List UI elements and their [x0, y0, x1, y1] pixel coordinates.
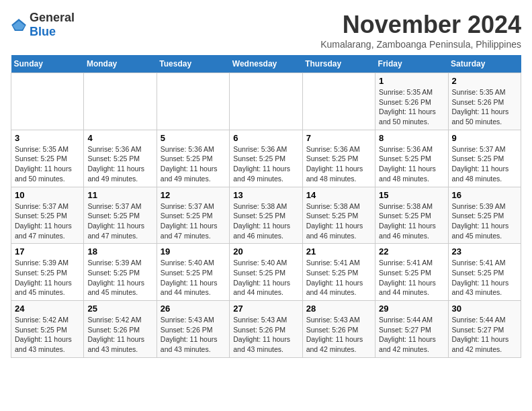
calendar-cell: 29Sunrise: 5:44 AMSunset: 5:27 PMDayligh…: [375, 301, 448, 358]
day-number: 23: [452, 246, 517, 257]
day-info: Sunrise: 5:36 AMSunset: 5:25 PMDaylight:…: [87, 144, 152, 184]
calendar-header-saturday: Saturday: [448, 55, 521, 73]
day-info: Sunrise: 5:42 AMSunset: 5:26 PMDaylight:…: [87, 315, 152, 355]
calendar-header-sunday: Sunday: [11, 55, 84, 73]
calendar-cell: 25Sunrise: 5:42 AMSunset: 5:26 PMDayligh…: [84, 301, 157, 358]
calendar-week-3: 17Sunrise: 5:39 AMSunset: 5:25 PMDayligh…: [11, 244, 521, 301]
calendar-cell: 4Sunrise: 5:36 AMSunset: 5:25 PMDaylight…: [84, 130, 157, 187]
calendar-header-row: SundayMondayTuesdayWednesdayThursdayFrid…: [11, 55, 521, 73]
calendar-week-4: 24Sunrise: 5:42 AMSunset: 5:25 PMDayligh…: [11, 301, 521, 358]
calendar-cell: 23Sunrise: 5:41 AMSunset: 5:25 PMDayligh…: [448, 244, 521, 301]
day-info: Sunrise: 5:35 AMSunset: 5:26 PMDaylight:…: [452, 87, 517, 127]
day-number: 22: [379, 246, 444, 257]
day-number: 11: [87, 190, 152, 200]
day-number: 6: [233, 133, 298, 143]
subtitle: Kumalarang, Zamboanga Peninsula, Philipp…: [320, 39, 521, 50]
day-info: Sunrise: 5:36 AMSunset: 5:25 PMDaylight:…: [306, 144, 371, 184]
day-info: Sunrise: 5:40 AMSunset: 5:25 PMDaylight:…: [161, 258, 226, 298]
day-info: Sunrise: 5:41 AMSunset: 5:25 PMDaylight:…: [306, 258, 371, 298]
day-info: Sunrise: 5:40 AMSunset: 5:25 PMDaylight:…: [233, 258, 298, 298]
calendar-week-2: 10Sunrise: 5:37 AMSunset: 5:25 PMDayligh…: [11, 187, 521, 244]
calendar-cell: 22Sunrise: 5:41 AMSunset: 5:25 PMDayligh…: [375, 244, 448, 301]
calendar-cell: 19Sunrise: 5:40 AMSunset: 5:25 PMDayligh…: [157, 244, 229, 301]
calendar-cell: [157, 73, 229, 130]
day-number: 27: [233, 304, 298, 314]
day-info: Sunrise: 5:38 AMSunset: 5:25 PMDaylight:…: [233, 201, 298, 241]
day-number: 5: [161, 133, 226, 143]
day-number: 28: [306, 304, 371, 314]
day-info: Sunrise: 5:43 AMSunset: 5:26 PMDaylight:…: [161, 315, 226, 355]
day-info: Sunrise: 5:37 AMSunset: 5:25 PMDaylight:…: [452, 144, 517, 184]
day-info: Sunrise: 5:43 AMSunset: 5:26 PMDaylight:…: [306, 315, 371, 355]
day-info: Sunrise: 5:35 AMSunset: 5:25 PMDaylight:…: [15, 144, 80, 184]
day-number: 3: [15, 133, 80, 143]
calendar-cell: 20Sunrise: 5:40 AMSunset: 5:25 PMDayligh…: [230, 244, 302, 301]
day-number: 8: [379, 133, 444, 143]
day-number: 12: [161, 190, 226, 200]
month-title: November 2024: [320, 11, 521, 39]
day-info: Sunrise: 5:37 AMSunset: 5:25 PMDaylight:…: [161, 201, 226, 241]
calendar-cell: 9Sunrise: 5:37 AMSunset: 5:25 PMDaylight…: [448, 130, 521, 187]
day-number: 7: [306, 133, 371, 143]
calendar-cell: [84, 73, 157, 130]
calendar-cell: 16Sunrise: 5:39 AMSunset: 5:25 PMDayligh…: [448, 187, 521, 244]
day-number: 10: [15, 190, 80, 200]
calendar-cell: 18Sunrise: 5:39 AMSunset: 5:25 PMDayligh…: [84, 244, 157, 301]
calendar-cell: 27Sunrise: 5:43 AMSunset: 5:26 PMDayligh…: [230, 301, 302, 358]
day-info: Sunrise: 5:41 AMSunset: 5:25 PMDaylight:…: [452, 258, 517, 298]
day-info: Sunrise: 5:36 AMSunset: 5:25 PMDaylight:…: [161, 144, 226, 184]
day-info: Sunrise: 5:39 AMSunset: 5:25 PMDaylight:…: [15, 258, 80, 298]
calendar-header-friday: Friday: [375, 55, 448, 73]
day-number: 30: [452, 304, 517, 314]
calendar-cell: 2Sunrise: 5:35 AMSunset: 5:26 PMDaylight…: [448, 73, 521, 130]
day-number: 29: [379, 304, 444, 314]
day-number: 20: [233, 246, 298, 257]
calendar-cell: 26Sunrise: 5:43 AMSunset: 5:26 PMDayligh…: [157, 301, 229, 358]
calendar-cell: 24Sunrise: 5:42 AMSunset: 5:25 PMDayligh…: [11, 301, 84, 358]
day-info: Sunrise: 5:39 AMSunset: 5:25 PMDaylight:…: [87, 258, 152, 298]
day-info: Sunrise: 5:44 AMSunset: 5:27 PMDaylight:…: [452, 315, 517, 355]
day-number: 16: [452, 190, 517, 200]
day-number: 21: [306, 246, 371, 257]
day-info: Sunrise: 5:39 AMSunset: 5:25 PMDaylight:…: [452, 201, 517, 241]
calendar-header-tuesday: Tuesday: [157, 55, 229, 73]
calendar-cell: 8Sunrise: 5:36 AMSunset: 5:25 PMDaylight…: [375, 130, 448, 187]
calendar-cell: 1Sunrise: 5:35 AMSunset: 5:26 PMDaylight…: [375, 73, 448, 130]
calendar-header-monday: Monday: [84, 55, 157, 73]
day-info: Sunrise: 5:36 AMSunset: 5:25 PMDaylight:…: [233, 144, 298, 184]
calendar-header-thursday: Thursday: [302, 55, 375, 73]
day-number: 1: [379, 76, 444, 86]
calendar-cell: 13Sunrise: 5:38 AMSunset: 5:25 PMDayligh…: [230, 187, 302, 244]
day-info: Sunrise: 5:41 AMSunset: 5:25 PMDaylight:…: [379, 258, 444, 298]
calendar-table: SundayMondayTuesdayWednesdayThursdayFrid…: [11, 55, 521, 358]
calendar-cell: 10Sunrise: 5:37 AMSunset: 5:25 PMDayligh…: [11, 187, 84, 244]
day-number: 24: [15, 304, 80, 314]
calendar-body: 1Sunrise: 5:35 AMSunset: 5:26 PMDaylight…: [11, 73, 521, 358]
day-number: 4: [87, 133, 152, 143]
day-info: Sunrise: 5:35 AMSunset: 5:26 PMDaylight:…: [379, 87, 444, 127]
calendar-cell: [230, 73, 302, 130]
day-info: Sunrise: 5:44 AMSunset: 5:27 PMDaylight:…: [379, 315, 444, 355]
calendar-cell: [11, 73, 84, 130]
day-info: Sunrise: 5:43 AMSunset: 5:26 PMDaylight:…: [233, 315, 298, 355]
calendar-cell: 7Sunrise: 5:36 AMSunset: 5:25 PMDaylight…: [302, 130, 375, 187]
calendar-cell: [302, 73, 375, 130]
day-number: 26: [161, 304, 226, 314]
day-info: Sunrise: 5:38 AMSunset: 5:25 PMDaylight:…: [379, 201, 444, 241]
calendar-week-0: 1Sunrise: 5:35 AMSunset: 5:26 PMDaylight…: [11, 73, 521, 130]
title-area: November 2024 Kumalarang, Zamboanga Peni…: [320, 11, 521, 50]
logo-blue: Blue: [30, 25, 56, 38]
calendar-cell: 6Sunrise: 5:36 AMSunset: 5:25 PMDaylight…: [230, 130, 302, 187]
calendar-cell: 14Sunrise: 5:38 AMSunset: 5:25 PMDayligh…: [302, 187, 375, 244]
calendar-cell: 30Sunrise: 5:44 AMSunset: 5:27 PMDayligh…: [448, 301, 521, 358]
day-number: 9: [452, 133, 517, 143]
day-number: 15: [379, 190, 444, 200]
calendar-cell: 15Sunrise: 5:38 AMSunset: 5:25 PMDayligh…: [375, 187, 448, 244]
calendar-cell: 28Sunrise: 5:43 AMSunset: 5:26 PMDayligh…: [302, 301, 375, 358]
day-number: 19: [161, 246, 226, 257]
calendar-cell: 11Sunrise: 5:37 AMSunset: 5:25 PMDayligh…: [84, 187, 157, 244]
day-info: Sunrise: 5:37 AMSunset: 5:25 PMDaylight:…: [15, 201, 80, 241]
day-info: Sunrise: 5:36 AMSunset: 5:25 PMDaylight:…: [379, 144, 444, 184]
header: General Blue November 2024 Kumalarang, Z…: [11, 11, 521, 50]
calendar-cell: 12Sunrise: 5:37 AMSunset: 5:25 PMDayligh…: [157, 187, 229, 244]
